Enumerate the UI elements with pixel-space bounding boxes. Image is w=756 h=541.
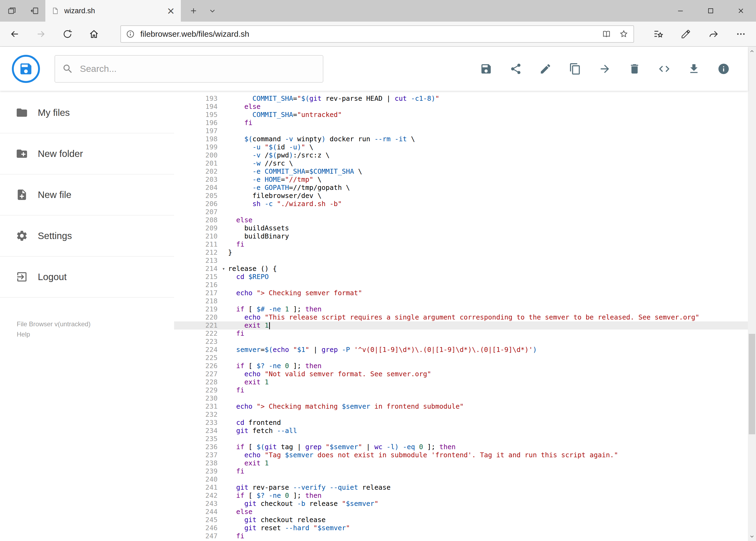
code-line-225[interactable]: 225: [174, 354, 748, 362]
code-line-242[interactable]: 242 if [ $? -ne 0 ]; then: [174, 492, 748, 500]
code-line-245[interactable]: 245 git checkout release: [174, 516, 748, 524]
scroll-up-arrow-icon[interactable]: [748, 47, 756, 56]
code-line-221[interactable]: 221 exit 1: [174, 321, 748, 329]
code-line-243[interactable]: 243 git checkout -b release "$semver": [174, 500, 748, 508]
code-line-219[interactable]: 219 if [ $# -ne 1 ]; then: [174, 305, 748, 313]
code-line-214[interactable]: 214▾release () {: [174, 265, 748, 273]
code-line-232[interactable]: 232: [174, 410, 748, 419]
code-line-247[interactable]: 247 fi: [174, 532, 748, 540]
code-line-213[interactable]: 213: [174, 257, 748, 265]
code-line-200[interactable]: 200 -v /$(pwd):/src:z \: [174, 151, 748, 159]
sidebar-item-new-folder[interactable]: New folder: [0, 134, 174, 175]
fold-toggle-icon[interactable]: ▾: [219, 265, 228, 273]
code-line-211[interactable]: 211 fi: [174, 241, 748, 249]
code-line-202[interactable]: 202 -e COMMIT_SHA=$COMMIT_SHA \: [174, 168, 748, 176]
sidebar-item-my-files[interactable]: My files: [0, 92, 174, 134]
filebrowser-logo[interactable]: [12, 55, 40, 83]
code-line-209[interactable]: 209 buildAssets: [174, 224, 748, 232]
code-line-201[interactable]: 201 -w //src \: [174, 159, 748, 168]
code-line-229[interactable]: 229 fi: [174, 386, 748, 394]
tab-list-chevron-icon[interactable]: [204, 3, 221, 19]
code-view-icon[interactable]: [657, 62, 671, 76]
code-line-231[interactable]: 231 echo "> Checking matching $semver in…: [174, 402, 748, 410]
maximize-button[interactable]: [695, 0, 726, 22]
code-line-216[interactable]: 216: [174, 281, 748, 289]
search-input[interactable]: [80, 64, 316, 74]
code-line-204[interactable]: 204 -e GOPATH=//tmp/gopath \: [174, 184, 748, 192]
code-line-230[interactable]: 230: [174, 394, 748, 402]
address-bar[interactable]: filebrowser.web/files/wizard.sh: [121, 25, 634, 43]
code-line-237[interactable]: 237 echo "Tag $semver does not exist in …: [174, 451, 748, 459]
share-file-icon[interactable]: [509, 62, 523, 76]
code-line-224[interactable]: 224 semver=$(echo "$1" | grep -P '^v(0|[…: [174, 346, 748, 354]
code-line-206[interactable]: 206 sh -c "./wizard.sh -b": [174, 200, 748, 208]
code-line-210[interactable]: 210 buildBinary: [174, 232, 748, 241]
scroll-down-arrow-icon[interactable]: [748, 532, 756, 541]
code-line-205[interactable]: 205 filebrowser/dev \: [174, 192, 748, 200]
delete-icon[interactable]: [628, 62, 641, 76]
code-line-233[interactable]: 233 cd frontend: [174, 419, 748, 427]
hub-favorites-icon[interactable]: [650, 25, 667, 43]
code-line-203[interactable]: 203 -e HOME="//tmp" \: [174, 176, 748, 184]
code-line-218[interactable]: 218: [174, 297, 748, 305]
code-line-239[interactable]: 239 fi: [174, 467, 748, 475]
code-line-226[interactable]: 226 if [ $? -ne 0 ]; then: [174, 362, 748, 370]
code-line-199[interactable]: 199 -u "$(id -u)" \: [174, 143, 748, 151]
download-icon[interactable]: [687, 62, 701, 76]
sidebar-item-settings[interactable]: Settings: [0, 216, 174, 257]
code-editor[interactable]: 193 COMMIT_SHA="$(git rev-parse HEAD | c…: [174, 91, 748, 541]
site-info-icon[interactable]: [126, 29, 135, 39]
favorite-star-icon[interactable]: [619, 29, 629, 39]
sidebar-item-new-file[interactable]: New file: [0, 175, 174, 216]
code-line-217[interactable]: 217 echo "> Checking semver format": [174, 289, 748, 297]
code-line-195[interactable]: 195 COMMIT_SHA="untracked": [174, 111, 748, 119]
tab-close-icon[interactable]: ×: [167, 6, 175, 16]
code-line-193[interactable]: 193 COMMIT_SHA="$(git rev-parse HEAD | c…: [174, 95, 748, 103]
help-link[interactable]: Help: [17, 329, 91, 339]
code-line-194[interactable]: 194 else: [174, 103, 748, 111]
back-button[interactable]: [6, 25, 23, 43]
code-line-197[interactable]: 197: [174, 127, 748, 135]
code-line-240[interactable]: 240: [174, 475, 748, 483]
code-line-241[interactable]: 241 git rev-parse --verify --quiet relea…: [174, 483, 748, 492]
code-line-208[interactable]: 208 else: [174, 216, 748, 224]
code-line-223[interactable]: 223: [174, 337, 748, 346]
tab-preview-icon[interactable]: [4, 3, 19, 18]
vertical-scrollbar[interactable]: [748, 47, 756, 541]
scrollbar-thumb[interactable]: [749, 334, 755, 434]
home-button[interactable]: [85, 25, 103, 43]
copy-icon[interactable]: [568, 62, 582, 76]
rename-pencil-icon[interactable]: [539, 62, 553, 76]
save-icon[interactable]: [479, 62, 493, 76]
code-line-235[interactable]: 235: [174, 435, 748, 443]
new-tab-button[interactable]: [185, 3, 202, 19]
code-line-236[interactable]: 236 if [ $(git tag | grep "$semver" | wc…: [174, 443, 748, 451]
code-line-227[interactable]: 227 echo "Not valid semver format. See s…: [174, 370, 748, 378]
refresh-button[interactable]: [59, 25, 76, 43]
info-icon[interactable]: [717, 62, 731, 76]
code-line-246[interactable]: 246 git reset --hard "$semver": [174, 524, 748, 532]
code-line-244[interactable]: 244 else: [174, 508, 748, 516]
close-button[interactable]: [726, 0, 756, 22]
more-options-icon[interactable]: [732, 25, 750, 43]
code-line-238[interactable]: 238 exit 1: [174, 459, 748, 467]
code-line-220[interactable]: 220 echo "This release script requires a…: [174, 313, 748, 321]
search-box[interactable]: [55, 55, 323, 83]
minimize-button[interactable]: [665, 0, 695, 22]
move-icon[interactable]: [598, 62, 612, 76]
code-line-207[interactable]: 207: [174, 208, 748, 216]
forward-button[interactable]: [32, 25, 50, 43]
code-line-234[interactable]: 234 git fetch --all: [174, 427, 748, 435]
code-line-215[interactable]: 215 cd $REPO: [174, 273, 748, 281]
browser-tab[interactable]: wizard.sh ×: [45, 0, 181, 22]
code-line-198[interactable]: 198 $(command -v winpty) docker run --rm…: [174, 135, 748, 143]
web-note-pen-icon[interactable]: [677, 25, 694, 43]
code-line-222[interactable]: 222 fi: [174, 329, 748, 337]
code-line-212[interactable]: 212}: [174, 249, 748, 257]
share-icon[interactable]: [705, 25, 722, 43]
code-line-196[interactable]: 196 fi: [174, 119, 748, 127]
code-line-228[interactable]: 228 exit 1: [174, 378, 748, 386]
reading-view-icon[interactable]: [602, 29, 611, 39]
set-tabs-aside-icon[interactable]: [27, 3, 42, 18]
sidebar-item-logout[interactable]: Logout: [0, 257, 174, 297]
